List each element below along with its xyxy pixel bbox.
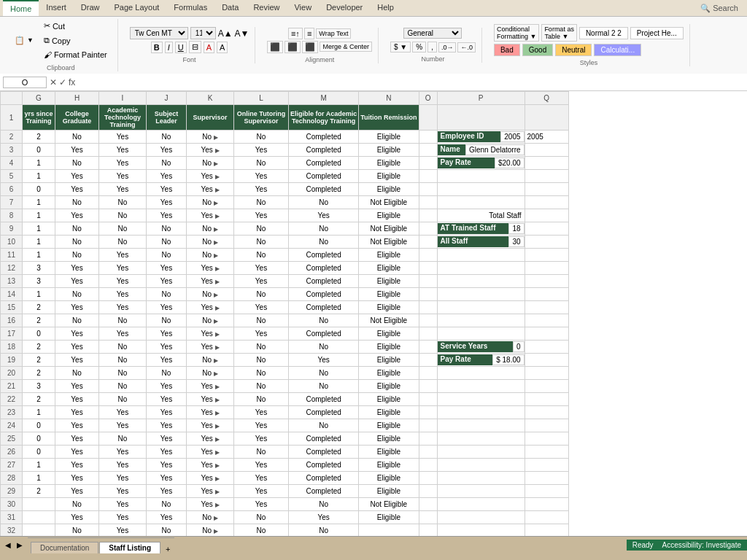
border-button[interactable]: ⊟ <box>189 41 201 53</box>
cell-h-30[interactable]: No <box>55 498 99 511</box>
cell-l-8[interactable]: Yes <box>234 209 289 222</box>
cell-g-20[interactable]: 2 <box>23 367 55 380</box>
cell-n-3[interactable]: Eligible <box>359 144 419 157</box>
bold-button[interactable]: B <box>151 42 163 53</box>
cell-o-13[interactable] <box>419 275 437 288</box>
cell-l-17[interactable]: Yes <box>234 327 289 341</box>
cell-i-32[interactable]: Yes <box>99 524 147 537</box>
cell-o-8[interactable] <box>419 209 437 222</box>
merge-center-button[interactable]: Merge & Center <box>320 42 372 52</box>
cell-j-22[interactable]: Yes <box>147 393 187 406</box>
cell-h-29[interactable]: Yes <box>55 485 99 498</box>
cell-m-26[interactable]: Completed <box>289 446 359 459</box>
cell-g-19[interactable]: 2 <box>23 354 55 367</box>
cell-q-24[interactable] <box>525 419 568 432</box>
cell-n-16[interactable]: Not Eligible <box>359 314 419 327</box>
tab-page-layout[interactable]: Page Layout <box>107 0 167 16</box>
cell-i-31[interactable]: Yes <box>99 511 147 524</box>
cell-m-4[interactable]: Completed <box>289 157 359 170</box>
cell-l-13[interactable]: Yes <box>234 275 289 288</box>
cell-o-17[interactable] <box>419 327 437 341</box>
cell-o-19[interactable] <box>419 354 437 367</box>
cell-i-28[interactable]: Yes <box>99 472 147 485</box>
cell-l-16[interactable]: No <box>234 314 289 327</box>
cell-j-25[interactable]: Yes <box>147 432 187 446</box>
cell-q-12[interactable] <box>525 262 568 275</box>
cell-q-6[interactable] <box>525 183 568 196</box>
tab-documentation[interactable]: Documentation <box>31 542 98 553</box>
style-calc[interactable]: Calculati... <box>594 44 641 56</box>
cell-m-2[interactable]: Completed <box>289 131 359 144</box>
cell-o-12[interactable] <box>419 262 437 275</box>
cell-m-16[interactable]: No <box>289 314 359 327</box>
col-header-m[interactable]: M <box>289 92 359 105</box>
cell-m-3[interactable]: Completed <box>289 144 359 157</box>
cancel-formula-icon[interactable]: ✕ <box>50 77 57 88</box>
cell-n-26[interactable]: Eligible <box>359 446 419 459</box>
cell-n-20[interactable]: Eligible <box>359 367 419 380</box>
formula-input[interactable]: =IFERROR(VLOOKUP(Q2,Staff,2,FALSE),"Inva… <box>78 77 744 88</box>
add-sheet-button[interactable]: + <box>161 545 174 553</box>
cell-l-26[interactable]: No <box>234 446 289 459</box>
tab-data[interactable]: Data <box>214 0 246 16</box>
cell-k-14[interactable]: No ▶ <box>187 288 234 301</box>
copy-button[interactable]: ⧉ Copy <box>39 34 112 47</box>
cut-button[interactable]: ✂ Cut <box>39 19 112 33</box>
cell-o-16[interactable] <box>419 314 437 327</box>
cell-l-31[interactable]: No <box>234 511 289 524</box>
cell-i-21[interactable]: No <box>99 380 147 393</box>
cell-g-2[interactable]: 2 <box>23 131 55 144</box>
cell-l-11[interactable]: No <box>234 249 289 262</box>
cell-q-18[interactable] <box>525 341 568 354</box>
cell-q-9[interactable] <box>525 222 568 236</box>
cell-h-8[interactable]: Yes <box>55 209 99 222</box>
cell-q-11[interactable] <box>525 249 568 262</box>
cell-g-16[interactable]: 2 <box>23 314 55 327</box>
cell-i-23[interactable]: Yes <box>99 406 147 419</box>
cell-n-7[interactable]: Not Eligible <box>359 196 419 209</box>
cell-o-18[interactable] <box>419 341 437 354</box>
cell-l-9[interactable]: No <box>234 222 289 236</box>
cell-g-17[interactable]: 0 <box>23 327 55 341</box>
cell-o-15[interactable] <box>419 301 437 314</box>
cell-o-10[interactable] <box>419 236 437 249</box>
cell-o-27[interactable] <box>419 459 437 472</box>
cell-g-18[interactable]: 2 <box>23 341 55 354</box>
col-header-g[interactable]: G <box>23 92 55 105</box>
cell-o-14[interactable] <box>419 288 437 301</box>
cell-m-20[interactable]: No <box>289 367 359 380</box>
decrease-font-button[interactable]: A▼ <box>235 28 249 39</box>
cell-i-30[interactable]: Yes <box>99 498 147 511</box>
tab-developer[interactable]: Developer <box>319 0 370 16</box>
cell-j-3[interactable]: Yes <box>147 144 187 157</box>
cell-q-23[interactable] <box>525 406 568 419</box>
cell-q-21[interactable] <box>525 380 568 393</box>
style-bad[interactable]: Bad <box>494 44 520 56</box>
cell-g-23[interactable]: 1 <box>23 406 55 419</box>
cell-g-11[interactable]: 1 <box>23 249 55 262</box>
cell-q-22[interactable] <box>525 393 568 406</box>
cell-m-27[interactable]: Completed <box>289 459 359 472</box>
cell-o-30[interactable] <box>419 498 437 511</box>
cell-j-17[interactable]: Yes <box>147 327 187 341</box>
cell-i-14[interactable]: Yes <box>99 288 147 301</box>
percent-button[interactable]: % <box>412 42 426 52</box>
conditional-formatting-button[interactable]: ConditionalFormatting ▼ <box>494 24 539 42</box>
cell-n-29[interactable]: Eligible <box>359 485 419 498</box>
cell-j-10[interactable]: No <box>147 236 187 249</box>
cell-l-24[interactable]: Yes <box>234 419 289 432</box>
cell-n-30[interactable]: Not Eligible <box>359 498 419 511</box>
col-header-q[interactable]: Q <box>525 92 568 105</box>
cell-g-30[interactable] <box>23 498 55 511</box>
cell-o-3[interactable] <box>419 144 437 157</box>
cell-h-2[interactable]: No <box>55 131 99 144</box>
cell-g-22[interactable]: 2 <box>23 393 55 406</box>
cell-n-15[interactable]: Eligible <box>359 301 419 314</box>
cell-j-20[interactable]: No <box>147 367 187 380</box>
cell-g-14[interactable]: 1 <box>23 288 55 301</box>
cell-i-8[interactable]: No <box>99 209 147 222</box>
cell-h-20[interactable]: No <box>55 367 99 380</box>
cell-o-23[interactable] <box>419 406 437 419</box>
cell-m-5[interactable]: Completed <box>289 170 359 183</box>
cell-l-19[interactable]: No <box>234 354 289 367</box>
